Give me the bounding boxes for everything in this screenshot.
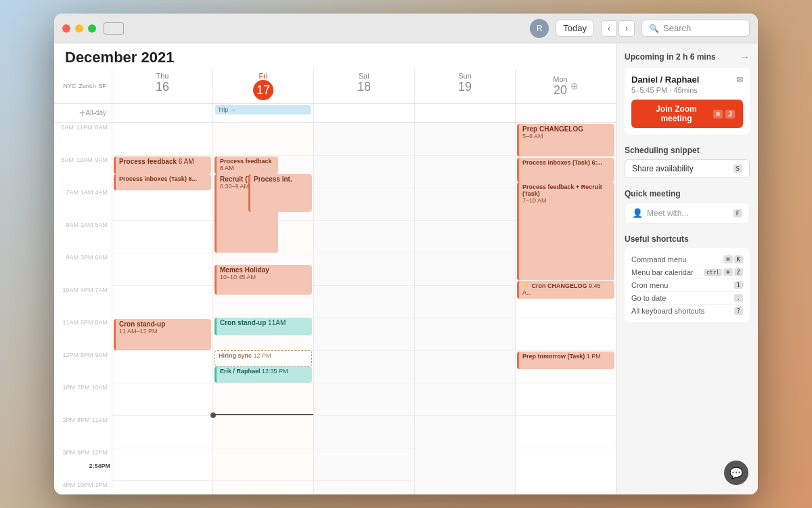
event-mon-prep-changelog[interactable]: Prep CHANGELOG 5–6 AM — [517, 124, 614, 156]
cal-header: December 2021 — [54, 43, 616, 69]
shortcuts-title: Useful shortcuts — [625, 234, 750, 244]
day-col-thu16: Process feedback 6 AM Process inboxes (T… — [112, 123, 212, 494]
sidebar: Upcoming in 2 h 6 mins → Daniel / Raphae… — [616, 43, 758, 494]
next-arrow[interactable]: › — [618, 20, 635, 37]
event-fri-cron-standup[interactable]: Cron stand-up 11AM — [215, 318, 312, 335]
cal-body: 5AM11PM8AM 6AM12AM9AM 7AM1AM4AM — [54, 123, 616, 494]
cal-title: December 2021 — [65, 49, 174, 66]
shortcut-go-to-date: Go to date . — [631, 292, 743, 305]
close-button[interactable] — [62, 24, 70, 33]
useful-shortcuts-section: Useful shortcuts Command menu ⌘ K Menu b… — [625, 234, 750, 322]
allday-event-trip[interactable]: Trip → — [215, 105, 311, 114]
allday-thu — [112, 104, 212, 122]
days-grid: Process feedback 6 AM Process inboxes (T… — [112, 123, 616, 494]
titlebar-center: R Today ‹ › 🔍 Search — [124, 19, 750, 38]
shortcut-menu-bar: Menu bar calendar ctrl ⌘ Z — [631, 266, 743, 279]
time-slot-6am: 6AM12AM9AM — [54, 155, 112, 188]
allday-fri: Trip → — [212, 104, 313, 122]
quick-meeting-input[interactable]: 👤 Meet with... F — [625, 203, 750, 224]
event-thu-process-inboxes[interactable]: Process inboxes (Task) 6... — [114, 174, 211, 190]
main-content: December 2021 NYC Zurich SF Thu 16 F — [54, 43, 758, 494]
day-header-mon20[interactable]: Mon 20 ⊕ — [515, 69, 616, 103]
traffic-lights — [62, 22, 124, 35]
tz-zurich: Zurich — [78, 83, 95, 89]
allday-sat — [313, 104, 414, 122]
time-slot-10am: 10AM4PM7AM — [54, 285, 112, 318]
search-placeholder: Search — [663, 23, 691, 33]
upcoming-event-card: Daniel / Raphael ✉ 5–5:45 PM · 45mins Jo… — [625, 68, 750, 135]
scheduling-snippet-title: Scheduling snippet — [625, 146, 750, 155]
meet-with-placeholder: Meet with... — [647, 209, 688, 218]
split-view-icon[interactable] — [104, 22, 124, 35]
day-header-sat18[interactable]: Sat 18 — [313, 69, 414, 103]
event-card-title: Daniel / Raphael ✉ — [631, 75, 743, 85]
add-button[interactable]: + — [79, 107, 85, 119]
quick-meeting-title: Quick meeting — [625, 189, 750, 198]
time-slot-3pm: 3PM9PM12PM 2:54PM — [54, 448, 112, 480]
meet-shortcut: F — [734, 209, 742, 217]
shortcut-cron-menu: Cron menu 1 — [631, 279, 743, 292]
upcoming-header: Upcoming in 2 h 6 mins → — [625, 51, 750, 62]
event-thu-process-feedback[interactable]: Process feedback 6 AM — [114, 156, 211, 174]
time-slot-2pm: 2PM8PM11AM — [54, 415, 112, 448]
days-header: NYC Zurich SF Thu 16 Fri 17 Sat 18 — [54, 69, 616, 104]
current-time-label: 2:54PM — [89, 463, 110, 469]
time-slot-7am: 7AM1AM4AM — [54, 188, 112, 220]
day-header-fri17[interactable]: Fri 17 — [212, 69, 313, 103]
event-fri-erik-raphael[interactable]: Erik / Raphael 12:35 PM — [215, 366, 312, 383]
upcoming-title: Upcoming in 2 h 6 mins — [625, 52, 716, 62]
event-card-time: 5–5:45 PM · 45mins — [631, 86, 743, 94]
event-thu-cron-standup[interactable]: Cron stand-up 11 AM–12 PM — [114, 319, 211, 350]
time-slot-8am: 8AM2AM5AM — [54, 220, 112, 253]
time-slot-4pm: 4PM10PM1PM — [54, 480, 112, 494]
event-fri-process-feedback[interactable]: Process feedback 6 AM — [215, 156, 278, 174]
timezone-gutter: NYC Zurich SF — [54, 69, 112, 103]
search-bar[interactable]: 🔍 Search — [641, 20, 750, 37]
add-event-icon[interactable]: ⊕ — [570, 81, 579, 91]
chat-button[interactable]: 💬 — [724, 461, 748, 485]
event-mon-process-inboxes[interactable]: Process inboxes (Task) 6:... — [517, 158, 614, 182]
time-slot-9am: 9AM3PM6AM — [54, 253, 112, 285]
event-mon-cron-changelog[interactable]: ⚡ Cron CHANGELOG 9:45 A... — [517, 281, 614, 299]
time-slot-1pm: 1PM7PM10AM — [54, 383, 112, 415]
titlebar: R Today ‹ › 🔍 Search — [54, 14, 758, 43]
allday-mon — [515, 104, 616, 122]
allday-row: + All-day Trip → — [54, 104, 616, 123]
minimize-button[interactable] — [75, 24, 83, 33]
day-col-sat18 — [313, 123, 414, 494]
avatar: R — [530, 19, 549, 38]
day-col-mon20: Prep CHANGELOG 5–6 AM Process inboxes (T… — [515, 123, 616, 494]
event-mon-prep-tomorrow[interactable]: Prep tomorrow (Task) 1 PM — [517, 352, 614, 369]
time-slot-12pm: 12PM6PM9AM — [54, 350, 112, 383]
person-icon: 👤 — [632, 208, 643, 218]
event-fri-memes-holiday[interactable]: Memes Holiday 10–10:45 AM — [215, 265, 312, 295]
share-shortcut: S — [734, 165, 742, 173]
timezone-labels: NYC Zurich SF — [63, 83, 106, 89]
day-col-sun19 — [414, 123, 515, 494]
event-fri-process-int[interactable]: Process int. — [248, 174, 312, 212]
join-zoom-button[interactable]: Join Zoom meeting ⌘ J — [631, 100, 743, 128]
prev-arrow[interactable]: ‹ — [601, 20, 617, 37]
event-mon-process-feedback-recruit[interactable]: Process feedback + Recruit (Task) 7–10 A… — [517, 182, 614, 280]
upcoming-arrow[interactable]: → — [740, 51, 750, 62]
event-fri-hiring-sync[interactable]: Hiring sync 12 PM — [215, 350, 312, 366]
nav-arrows: ‹ › — [601, 20, 635, 37]
upcoming-section: Upcoming in 2 h 6 mins → Daniel / Raphae… — [625, 51, 750, 135]
shortcut-command-menu: Command menu ⌘ K — [631, 253, 743, 266]
shortcuts-list: Command menu ⌘ K Menu bar calendar ctrl … — [625, 248, 750, 322]
time-slot-5am: 5AM11PM8AM — [54, 123, 112, 155]
fullscreen-button[interactable] — [88, 24, 96, 33]
main-window: R Today ‹ › 🔍 Search December 2021 — [54, 14, 758, 494]
scheduling-snippet-section: Scheduling snippet Share availability S — [625, 146, 750, 178]
quick-meeting-section: Quick meeting 👤 Meet with... F — [625, 189, 750, 224]
day-header-thu16[interactable]: Thu 16 — [112, 69, 212, 103]
shortcut-all[interactable]: All keyboard shortcuts ? — [631, 305, 743, 317]
calendar-area: December 2021 NYC Zurich SF Thu 16 F — [54, 43, 616, 494]
day-col-fri17: Process feedback 6 AM Recruit (Task) 6:3… — [212, 123, 313, 494]
day-header-sun19[interactable]: Sun 19 — [414, 69, 515, 103]
share-availability-button[interactable]: Share availability S — [625, 159, 750, 178]
tz-sf: SF — [98, 83, 106, 89]
today-button[interactable]: Today — [556, 20, 594, 37]
time-column: 5AM11PM8AM 6AM12AM9AM 7AM1AM4AM — [54, 123, 112, 494]
allday-label: + All-day — [54, 104, 112, 122]
